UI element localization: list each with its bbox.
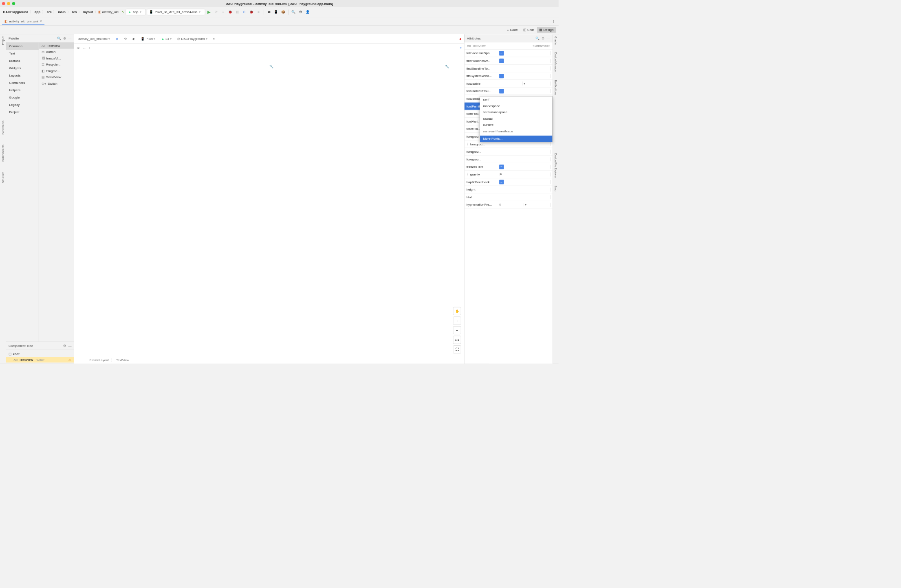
rail-structure[interactable]: Structure xyxy=(1,172,4,183)
attr-row-gravity[interactable]: 〉gravity⚑ xyxy=(465,171,553,178)
attach-debugger-icon[interactable]: 🐞 xyxy=(249,9,255,15)
palette-cat-buttons[interactable]: Buttons xyxy=(6,57,39,64)
settings-icon[interactable]: ⚙ xyxy=(297,9,304,15)
font-option-cursive[interactable]: cursive xyxy=(480,122,552,128)
stop-button[interactable]: ■ xyxy=(256,9,262,15)
rail-notifications[interactable]: Notifications xyxy=(554,80,557,95)
sync-icon[interactable]: ↖ xyxy=(122,10,125,14)
attr-row-firstBaselineTo[interactable]: firstBaselineTo... xyxy=(465,65,553,72)
view-options-icon[interactable]: 👁 xyxy=(77,46,80,50)
rail-build-variants[interactable]: Build Variants xyxy=(1,145,4,162)
breadcrumb-file[interactable]: ◧activity_old xyxy=(98,10,119,14)
git-icon[interactable]: ⇄ xyxy=(266,9,272,15)
profiler-icon[interactable]: ⊙ xyxy=(241,9,247,15)
attr-row-fitsSystemWind[interactable]: fitsSystemWind...− xyxy=(465,72,553,80)
help-icon[interactable]: ? xyxy=(460,46,461,50)
run-config-select[interactable]: ▲app▾ xyxy=(126,9,146,15)
attr-row-focusable[interactable]: focusable▾ xyxy=(465,80,553,88)
palette-cat-helpers[interactable]: Helpers xyxy=(6,86,39,94)
rail-project[interactable]: Project xyxy=(1,36,4,45)
palette-item-scrollview[interactable]: ▤ScrollView xyxy=(39,74,74,81)
window-close[interactable] xyxy=(2,2,5,5)
more-icon[interactable]: ⋮ xyxy=(551,18,557,24)
palette-item-switch[interactable]: ⊙●Switch xyxy=(39,80,74,87)
avatar-icon[interactable]: 👤 xyxy=(304,9,311,15)
palette-item-button[interactable]: ▭Button xyxy=(39,49,74,55)
zoom-out-button[interactable]: − xyxy=(453,326,461,334)
font-option-serif[interactable]: serif xyxy=(480,97,552,103)
font-option-serif-monospace[interactable]: serif-monospace xyxy=(480,109,552,116)
gear-icon[interactable]: ⚙ xyxy=(63,344,66,347)
attr-row-focusableInTou[interactable]: focusableInTou...− xyxy=(465,88,553,95)
attr-row-foregrou[interactable]: foregrou... xyxy=(465,156,553,163)
rail-emulator[interactable]: Emu xyxy=(554,186,557,191)
breadcrumb-item[interactable]: src xyxy=(46,10,53,15)
palette-cat-widgets[interactable]: Widgets xyxy=(6,64,39,72)
rail-device-file-explorer[interactable]: Device File Explorer xyxy=(554,153,557,178)
run-button[interactable]: ▶ xyxy=(206,9,212,15)
layers-icon[interactable]: ◈ xyxy=(115,36,120,41)
font-option-sans-serif-smallcaps[interactable]: sans-serif-smallcaps xyxy=(480,128,552,134)
palette-item-textview[interactable]: AbTextView xyxy=(39,42,74,49)
palette-item-recyclerview[interactable]: ☰Recycler... xyxy=(39,61,74,68)
breadcrumb-item[interactable]: DACPlayground xyxy=(2,10,29,15)
attr-row-height[interactable]: height xyxy=(465,186,553,193)
tree-textview[interactable]: AbTextView "Ciao" ⚠ xyxy=(6,357,74,362)
search-icon[interactable]: 🔍 xyxy=(291,9,297,15)
font-option-more-fonts[interactable]: More Fonts... xyxy=(480,136,552,142)
debug-button[interactable]: 🐞 xyxy=(227,9,234,15)
night-mode-icon[interactable]: ◐ xyxy=(131,36,137,41)
breadcrumb-item[interactable]: res xyxy=(71,10,78,15)
minimize-icon[interactable]: — xyxy=(68,36,71,40)
apply-changes-icon[interactable]: ⟳ xyxy=(213,9,219,15)
gear-icon[interactable]: ⚙ xyxy=(63,36,66,40)
attr-row-hint[interactable]: hint xyxy=(465,193,553,201)
breadcrumb-item[interactable]: layout xyxy=(82,10,94,15)
tab-close-icon[interactable]: × xyxy=(40,19,42,23)
view-design-button[interactable]: ▦ Design xyxy=(537,27,556,33)
issues-icon[interactable]: ● xyxy=(459,37,462,41)
theme-select[interactable]: ◎ DACPlayground▾ xyxy=(176,36,209,41)
device-select[interactable]: 📱Pixel_3a_API_33_arm64-v8a▾ xyxy=(147,9,205,15)
font-option-casual[interactable]: casual xyxy=(480,115,552,122)
rail-gradle[interactable]: Gradle xyxy=(554,36,557,44)
tree-root[interactable]: ▢root xyxy=(6,351,74,357)
pan-button[interactable]: ✋ xyxy=(453,307,461,315)
zoom-fit-button[interactable]: ⛶ xyxy=(453,345,461,353)
breadcrumb-item[interactable]: main xyxy=(57,10,67,15)
design-file-select[interactable]: activity_old_xml.xml▾ xyxy=(77,36,112,41)
api-select[interactable]: ▲33▾ xyxy=(160,36,174,41)
attr-row-fallbackLineSpa[interactable]: fallbackLineSpa...− xyxy=(465,50,553,57)
zoom-in-button[interactable]: + xyxy=(453,316,461,325)
palette-item-imageview[interactable]: 🖼ImageVi... xyxy=(39,55,74,61)
editor-tab[interactable]: ◧ activity_old_xml.xml × xyxy=(2,18,44,25)
zoom-vertical-icon[interactable]: ↕ xyxy=(88,46,90,50)
palette-cat-google[interactable]: Google xyxy=(6,94,39,101)
font-option-monospace[interactable]: monospace xyxy=(480,103,552,109)
attr-row-hyphenationFre[interactable]: hyphenationFre...0▾ xyxy=(465,201,553,209)
device-icon[interactable]: 📱 xyxy=(273,9,279,15)
view-split-button[interactable]: ◫ Split xyxy=(521,27,536,33)
more-icon[interactable]: » xyxy=(211,36,216,41)
device-select[interactable]: 📱 Pixel▾ xyxy=(139,36,157,41)
attr-row-foregrou[interactable]: foregrou... xyxy=(465,148,553,156)
palette-cat-legacy[interactable]: Legacy xyxy=(6,101,39,108)
breadcrumb-item[interactable]: app xyxy=(33,10,41,15)
search-icon[interactable]: 🔍 xyxy=(535,36,540,40)
rail-device-manager[interactable]: Device Manager xyxy=(554,52,557,72)
apply-code-icon[interactable]: ≡ xyxy=(220,9,226,15)
minimize-icon[interactable]: — xyxy=(547,36,550,40)
palette-cat-layouts[interactable]: Layouts xyxy=(6,72,39,79)
palette-item-fragment[interactable]: ◧Fragme... xyxy=(39,68,74,74)
window-maximize[interactable] xyxy=(12,2,15,5)
attr-row-filterTouchesW[interactable]: filterTouchesW...− xyxy=(465,57,553,65)
palette-cat-containers[interactable]: Containers xyxy=(6,79,39,86)
attr-row-hapticFeedback[interactable]: hapticFeedback...− xyxy=(465,178,553,186)
sdk-icon[interactable]: 📦 xyxy=(280,9,286,15)
orientation-icon[interactable]: ⟲ xyxy=(122,36,128,41)
attr-row-freezesText[interactable]: freezesText− xyxy=(465,163,553,171)
palette-cat-text[interactable]: Text xyxy=(6,50,39,57)
pan-icon[interactable]: ↔ xyxy=(83,46,86,50)
view-code-button[interactable]: ≡ Code xyxy=(504,27,520,33)
zoom-reset-button[interactable]: 1:1 xyxy=(453,336,461,344)
